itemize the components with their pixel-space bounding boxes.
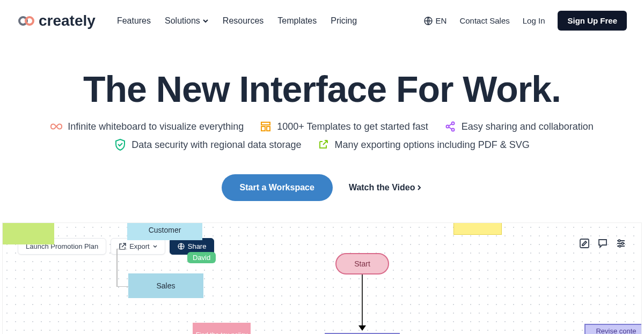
shape-start[interactable]: Start xyxy=(335,253,389,274)
features-row-1: Infinite whiteboard to visualize everyth… xyxy=(0,121,644,132)
feature-security: Data security with regional data storage xyxy=(114,139,301,151)
caret-down-icon xyxy=(153,244,157,249)
contact-sales-link[interactable]: Contact Sales xyxy=(459,16,509,25)
hero: The New Interface For Work. Infinite whi… xyxy=(0,41,644,201)
feature-sharing: Easy sharing and collaboration xyxy=(444,121,594,132)
arrow-head-icon xyxy=(358,325,367,332)
nav-resources[interactable]: Resources xyxy=(223,16,264,26)
svg-rect-4 xyxy=(261,127,265,131)
shape-revise[interactable]: Revise conte xyxy=(584,324,642,334)
logo-mark-icon xyxy=(17,15,35,27)
chevron-right-icon xyxy=(416,184,422,191)
connector xyxy=(116,249,118,286)
cta-row: Start a Workspace Watch the Video xyxy=(0,174,644,201)
nav: Features Solutions Resources Templates P… xyxy=(117,16,357,26)
comment-icon[interactable] xyxy=(597,238,608,249)
header-right: EN Contact Sales Log In Sign Up Free xyxy=(424,11,627,31)
signup-button[interactable]: Sign Up Free xyxy=(558,11,627,31)
share-icon xyxy=(444,121,456,132)
feature-templates: 1000+ Templates to get started fast xyxy=(260,121,428,132)
language-selector[interactable]: EN xyxy=(424,16,447,25)
export-icon xyxy=(317,139,329,151)
svg-rect-3 xyxy=(261,122,270,125)
templates-icon xyxy=(260,121,272,132)
watch-video-link[interactable]: Watch the Video xyxy=(349,183,423,192)
settings-sliders-icon[interactable] xyxy=(616,238,626,249)
canvas-toolbar-right xyxy=(579,238,626,249)
feature-whiteboard: Infinite whiteboard to visualize everyth… xyxy=(50,121,244,132)
canvas-preview: Launch Promotion Plan Export Share Custo… xyxy=(2,222,642,334)
feature-export: Many exporting options including PDF & S… xyxy=(317,139,529,151)
nav-pricing[interactable]: Pricing xyxy=(331,16,357,26)
start-workspace-button[interactable]: Start a Workspace xyxy=(222,174,333,201)
logo[interactable]: creately xyxy=(17,12,96,29)
shield-icon xyxy=(114,139,126,151)
svg-point-12 xyxy=(621,242,624,244)
brand-text: creately xyxy=(39,12,96,29)
shape-yellow[interactable] xyxy=(453,222,502,235)
nav-templates[interactable]: Templates xyxy=(277,16,317,26)
svg-rect-10 xyxy=(580,239,589,248)
export-button[interactable]: Export xyxy=(111,238,165,255)
edit-icon[interactable] xyxy=(579,238,590,249)
shape-david[interactable]: David xyxy=(187,252,216,263)
nav-solutions[interactable]: Solutions xyxy=(165,16,209,26)
chevron-down-icon xyxy=(202,18,209,24)
connector xyxy=(116,286,128,287)
header-left: creately Features Solutions Resources Te… xyxy=(17,12,357,29)
connector-arrow xyxy=(362,274,363,328)
globe-small-icon xyxy=(178,243,185,250)
globe-icon xyxy=(424,17,433,25)
connector xyxy=(116,249,127,249)
header: creately Features Solutions Resources Te… xyxy=(0,0,644,41)
hero-title: The New Interface For Work. xyxy=(0,68,644,110)
svg-point-11 xyxy=(618,240,620,242)
shape-sales[interactable]: Sales xyxy=(128,273,203,298)
nav-features[interactable]: Features xyxy=(117,16,151,26)
svg-point-13 xyxy=(619,245,621,247)
shape-findtax[interactable]: Find the tax policy xyxy=(193,323,251,334)
shape-green[interactable] xyxy=(3,223,54,244)
shape-customer[interactable]: Customer xyxy=(127,222,202,240)
features-row-2: Data security with regional data storage… xyxy=(0,139,644,151)
login-link[interactable]: Log In xyxy=(523,16,545,25)
infinity-icon xyxy=(50,121,62,132)
svg-rect-5 xyxy=(267,127,270,131)
